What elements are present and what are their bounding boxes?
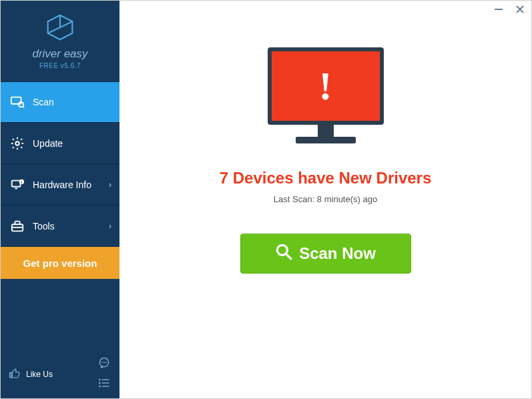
nav-item-update[interactable]: Update xyxy=(1,123,119,164)
scan-now-button[interactable]: Scan Now xyxy=(240,234,411,274)
gear-icon xyxy=(10,136,25,151)
chevron-right-icon: › xyxy=(109,222,111,231)
svg-rect-11 xyxy=(12,180,21,186)
chat-bubble-icon xyxy=(97,356,111,372)
computer-info-icon: i xyxy=(10,177,25,192)
chevron-right-icon: › xyxy=(109,180,111,189)
brand-version: FREE v5.6.7 xyxy=(39,62,81,69)
nav-item-hardware-info[interactable]: i Hardware Info › xyxy=(1,164,119,206)
search-icon xyxy=(275,243,292,264)
svg-point-20 xyxy=(105,362,107,363)
exclamation-icon: ! xyxy=(319,63,332,109)
bottom-icons xyxy=(97,357,111,392)
nav-label: Tools xyxy=(33,221,55,232)
list-icon xyxy=(97,376,111,392)
brand-name: driver easy xyxy=(32,47,87,61)
nav-item-scan[interactable]: Scan xyxy=(1,81,119,123)
like-us-button[interactable]: Like Us xyxy=(9,368,53,382)
cube-logo-icon xyxy=(45,13,75,45)
svg-line-9 xyxy=(23,106,24,107)
svg-line-6 xyxy=(48,27,60,33)
last-scan-text: Last Scan: 8 minute(s) ago xyxy=(274,194,377,204)
svg-point-18 xyxy=(101,362,103,363)
feedback-button[interactable] xyxy=(97,357,111,372)
svg-point-25 xyxy=(99,386,101,388)
nav-item-tools[interactable]: Tools › xyxy=(1,206,119,247)
toolbox-icon xyxy=(10,219,25,234)
svg-point-23 xyxy=(99,382,101,384)
monitor-base xyxy=(296,137,356,143)
thumbs-up-icon xyxy=(9,368,21,382)
menu-button[interactable] xyxy=(97,377,111,392)
logo-area: driver easy FREE v5.6.7 xyxy=(1,1,119,77)
svg-point-27 xyxy=(277,245,287,255)
like-us-label: Like Us xyxy=(26,370,53,379)
monitor-stand xyxy=(318,125,334,137)
svg-rect-12 xyxy=(15,187,17,189)
scan-now-label: Scan Now xyxy=(299,244,376,263)
nav: Scan Update i Hardware Info › Tools xyxy=(1,81,119,279)
nav-label: Hardware Info xyxy=(33,179,91,190)
svg-line-28 xyxy=(286,254,291,259)
monitor-search-icon xyxy=(10,95,25,109)
close-button[interactable] xyxy=(514,3,526,15)
sidebar-spacer xyxy=(1,279,119,350)
status-headline: 7 Devices have New Drivers xyxy=(220,169,432,187)
get-pro-label: Get pro version xyxy=(23,258,97,269)
status-illustration: ! xyxy=(266,47,386,154)
svg-point-19 xyxy=(103,362,105,363)
get-pro-button[interactable]: Get pro version xyxy=(1,247,119,279)
svg-point-21 xyxy=(99,379,101,381)
nav-label: Update xyxy=(33,138,63,149)
monitor-screen: ! xyxy=(268,47,384,125)
sidebar-bottom: Like Us xyxy=(1,350,119,398)
app-window: driver easy FREE v5.6.7 Scan Update i xyxy=(0,0,532,399)
svg-point-10 xyxy=(15,141,19,145)
minimize-button[interactable] xyxy=(493,3,505,15)
nav-label: Scan xyxy=(33,97,54,107)
window-controls xyxy=(493,3,526,15)
svg-line-5 xyxy=(60,21,72,27)
main-panel: ! 7 Devices have New Drivers Last Scan: … xyxy=(119,1,531,398)
sidebar: driver easy FREE v5.6.7 Scan Update i xyxy=(1,1,119,398)
